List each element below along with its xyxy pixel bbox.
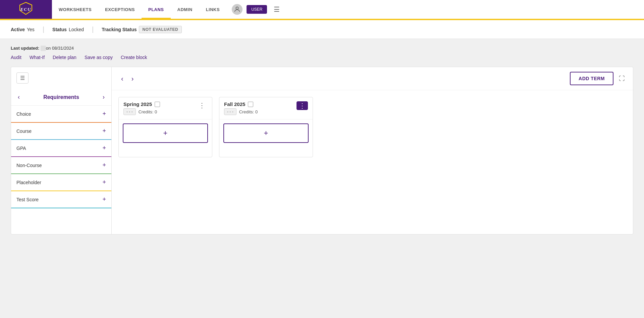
sidebar-header: ☰ [11, 67, 111, 89]
term-title-row-fall: Fall 2025 [224, 101, 258, 107]
req-testscore-label: Test Score [16, 197, 39, 202]
req-item-placeholder[interactable]: Placeholder + [11, 174, 111, 191]
req-noncourse-label: Non-Course [16, 163, 42, 168]
sidebar-menu-button[interactable]: ☰ [16, 72, 29, 84]
requirements-title: Requirements [43, 94, 79, 100]
main-content: Last updated: on 08/31/2024 Audit What-I… [0, 39, 644, 241]
req-item-choice[interactable]: Choice + [11, 106, 111, 123]
req-testscore-add-btn[interactable]: + [102, 196, 106, 203]
req-item-noncourse[interactable]: Non-Course + [11, 157, 111, 174]
term-credits-row-spring: - - - Credits: 0 [123, 108, 160, 115]
plan-sidebar: ☰ ‹ Requirements › Choice + Course + GPA… [11, 67, 112, 234]
last-updated: Last updated: on 08/31/2024 [11, 46, 633, 51]
user-name [41, 46, 46, 51]
plan-toolbar: ‹ › ADD TERM ⛶ [112, 67, 633, 90]
req-course-label: Course [16, 128, 32, 134]
plan-main: ‹ › ADD TERM ⛶ Spring 2025 [112, 67, 633, 234]
tracking-label: Tracking Status [102, 27, 137, 32]
plan-prev-btn[interactable]: ‹ [118, 73, 126, 84]
term-menu-btn-spring[interactable]: ⋮ [197, 101, 207, 109]
req-choice-label: Choice [16, 111, 31, 117]
term-credits-badge-spring: - - - [123, 108, 136, 115]
plan-container: ☰ ‹ Requirements › Choice + Course + GPA… [11, 67, 633, 234]
term-card-spring-2025: Spring 2025 - - - Credits: 0 [118, 97, 212, 157]
term-title-fall: Fall 2025 [224, 101, 245, 107]
status-label: Status [52, 27, 67, 32]
req-course-add-btn[interactable]: + [102, 127, 106, 135]
term-menu-btn-fall[interactable]: ⋮ [297, 101, 308, 110]
nav-logo: ECU [0, 0, 52, 19]
req-choice-add-btn[interactable]: + [102, 110, 106, 117]
divider-1: | [43, 25, 44, 33]
nav-links: WORKSHEETS EXCEPTIONS PLANS ADMIN LINKS … [52, 0, 644, 19]
req-item-course[interactable]: Course + [11, 123, 111, 140]
terms-grid: Spring 2025 - - - Credits: 0 [112, 90, 633, 164]
active-value: Yes [27, 27, 35, 32]
svg-text:ECU: ECU [20, 7, 32, 12]
last-updated-label: Last updated: [11, 46, 39, 51]
term-title-row-spring: Spring 2025 [123, 101, 160, 107]
user-button[interactable]: USER [247, 5, 267, 14]
what-if-link[interactable]: What-If [30, 55, 45, 60]
term-add-row-fall: + [219, 119, 313, 147]
requirements-nav: ‹ Requirements › [11, 89, 111, 106]
top-nav: ECU WORKSHEETS EXCEPTIONS PLANS ADMIN LI… [0, 0, 644, 19]
term-add-course-btn-fall[interactable]: + [223, 123, 309, 143]
save-as-copy-link[interactable]: Save as copy [85, 55, 113, 60]
nav-exceptions[interactable]: EXCEPTIONS [98, 0, 142, 19]
term-credits-text-spring: Credits: 0 [139, 109, 157, 114]
requirements-prev-btn[interactable]: ‹ [16, 92, 21, 102]
tracking-badge: NOT EVALUATED [139, 26, 182, 33]
avatar[interactable] [232, 4, 243, 15]
req-placeholder-label: Placeholder [16, 180, 41, 185]
lock-status: Status Locked [52, 27, 84, 32]
term-card-fall-2025: Fall 2025 - - - Credits: 0 [219, 97, 313, 157]
term-credits-badge-fall: - - - [224, 108, 236, 115]
requirements-next-btn[interactable]: › [101, 92, 106, 102]
divider-2: | [92, 25, 94, 33]
status-bar: Active Yes | Status Locked | Tracking St… [0, 20, 644, 39]
term-card-header-spring: Spring 2025 - - - Credits: 0 [119, 97, 212, 119]
term-add-course-btn-spring[interactable]: + [123, 123, 208, 143]
plan-nav-buttons: ‹ › [118, 73, 136, 84]
active-status: Active Yes [11, 27, 35, 32]
req-gpa-add-btn[interactable]: + [102, 145, 106, 152]
req-gpa-label: GPA [16, 146, 26, 151]
term-checkbox-fall[interactable] [248, 102, 253, 107]
audit-link[interactable]: Audit [11, 55, 21, 60]
plan-next-btn[interactable]: › [129, 73, 137, 84]
last-updated-date: on 08/31/2024 [46, 46, 74, 51]
term-card-header-fall: Fall 2025 - - - Credits: 0 [219, 97, 313, 119]
delete-plan-link[interactable]: Delete plan [53, 55, 76, 60]
req-placeholder-add-btn[interactable]: + [102, 179, 106, 186]
req-item-testscore[interactable]: Test Score + [11, 191, 111, 208]
svg-point-2 [236, 7, 238, 9]
status-value: Locked [69, 27, 84, 32]
term-add-row-spring: + [119, 119, 212, 147]
term-title-spring: Spring 2025 [123, 101, 152, 107]
term-credits-text-fall: Credits: 0 [239, 109, 258, 114]
nav-admin[interactable]: ADMIN [171, 0, 199, 19]
nav-links-item[interactable]: LINKS [199, 0, 227, 19]
action-links: Audit What-If Delete plan Save as copy C… [11, 55, 633, 60]
create-block-link[interactable]: Create block [121, 55, 147, 60]
term-credits-row-fall: - - - Credits: 0 [224, 108, 258, 115]
req-item-gpa[interactable]: GPA + [11, 140, 111, 157]
logo-text: ECU [19, 2, 33, 17]
nav-worksheets[interactable]: WORKSHEETS [52, 0, 98, 19]
req-noncourse-add-btn[interactable]: + [102, 162, 106, 169]
active-label: Active [11, 27, 25, 32]
add-term-button[interactable]: ADD TERM [570, 72, 613, 85]
nav-plans[interactable]: PLANS [142, 0, 171, 19]
tracking-status: Tracking Status NOT EVALUATED [102, 26, 182, 33]
expand-icon[interactable]: ⛶ [618, 74, 626, 84]
plan-toolbar-right: ADD TERM ⛶ [570, 72, 626, 85]
term-checkbox-spring[interactable] [155, 102, 160, 107]
nav-right: USER ☰ [226, 0, 288, 19]
hamburger-icon[interactable]: ☰ [271, 5, 282, 13]
